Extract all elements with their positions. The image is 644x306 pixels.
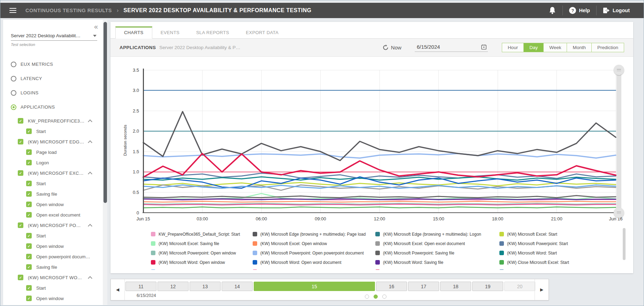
tree-item-saving-file[interactable]: ✓Saving file	[11, 262, 97, 272]
page-dot-1[interactable]	[365, 295, 369, 299]
legend-item-kw-prepareoffice365-default-script-start[interactable]: KW_PrepareOffice365_Default_Script: Star…	[151, 229, 253, 239]
sidebar-metric-applications[interactable]: APPLICATIONS	[11, 100, 97, 114]
tree-item-saving-file[interactable]: ✓Saving file	[11, 189, 97, 199]
range-button-day[interactable]: Day	[523, 43, 543, 52]
range-button-month[interactable]: Month	[567, 43, 591, 52]
checkbox-checked-icon[interactable]: ✓	[18, 222, 23, 228]
checkbox-checked-icon[interactable]: ✓	[18, 275, 23, 280]
tree-item-start[interactable]: ✓Start	[11, 283, 97, 293]
day-button-16[interactable]: 16	[376, 282, 407, 291]
page-dot-3[interactable]	[382, 295, 386, 299]
checkbox-checked-icon[interactable]: ✓	[26, 285, 32, 291]
day-button-19[interactable]: 19	[472, 282, 503, 291]
tab-charts[interactable]: CHARTS	[115, 26, 152, 39]
checkbox-checked-icon[interactable]: ✓	[26, 243, 32, 249]
sidebar-scrollbar[interactable]	[103, 20, 107, 305]
legend-item-kw-microsoft-powerpoint-saving-file[interactable]: (KW) Microsoft Powerpoint: Saving file	[375, 248, 499, 258]
day-button-15[interactable]: 15	[254, 282, 375, 291]
tree-group-kw-microsoft-edg[interactable]: ✓(KW) MICROSOFT EDG…	[11, 136, 97, 147]
checkbox-checked-icon[interactable]: ✓	[26, 254, 32, 259]
range-button-week[interactable]: Week	[543, 43, 567, 52]
tree-item-start[interactable]: ✓Start	[11, 178, 97, 189]
sidebar-scrollbar-thumb[interactable]	[104, 22, 107, 203]
date-picker-field[interactable]: 6/15/2024	[415, 43, 488, 52]
logout-button[interactable]: Logout	[603, 7, 630, 14]
tab-sla-reports[interactable]: SLA REPORTS	[188, 26, 237, 39]
sidebar-collapse-icon[interactable]: «	[94, 23, 98, 31]
refresh-now-button[interactable]: Now	[383, 45, 401, 50]
tree-item-open-window[interactable]: ✓Open window	[11, 241, 97, 251]
help-button[interactable]: ? Help	[569, 7, 590, 14]
checkbox-checked-icon[interactable]: ✓	[18, 139, 23, 144]
day-button-12[interactable]: 12	[158, 282, 189, 291]
checkbox-checked-icon[interactable]: ✓	[26, 149, 32, 155]
tab-export-data[interactable]: EXPORT DATA	[238, 26, 287, 39]
menu-icon[interactable]	[9, 8, 16, 13]
tree-item-start[interactable]: ✓Start	[11, 126, 97, 136]
legend-item-kw-close-microsoft-excel-start[interactable]: (KW) Close Microsoft Excel: Start	[499, 258, 611, 267]
checkbox-checked-icon[interactable]: ✓	[26, 296, 32, 301]
legend-item-kw-microsoft-edge-browsing-multimedia-page-load[interactable]: (KW) Microsoft Edge (browsing + multimed…	[253, 229, 375, 239]
tree-item-logon[interactable]: ✓Logon	[11, 157, 97, 168]
sidebar-metric-logins[interactable]: LOGINS	[11, 86, 97, 100]
legend-item-kw-microsoft-word-open-window[interactable]: (KW) Microsoft Word: Open window	[151, 258, 253, 267]
checkbox-checked-icon[interactable]: ✓	[26, 264, 32, 270]
chart-zoom-slider[interactable]	[616, 70, 621, 213]
checkbox-checked-icon[interactable]: ✓	[26, 181, 32, 186]
legend-item-kw-microsoft-edge-browsing-multimedia-logon[interactable]: (KW) Microsoft Edge (browsing + multimed…	[375, 229, 499, 239]
chevron-up-icon[interactable]	[88, 224, 92, 228]
breadcrumb[interactable]: CONTINUOUS TESTING RESULTS	[25, 8, 112, 13]
test-select-dropdown[interactable]: Server 2022 Desktop Availabilit…	[11, 33, 97, 41]
checkbox-checked-icon[interactable]: ✓	[18, 170, 23, 176]
checkbox-checked-icon[interactable]: ✓	[26, 212, 32, 218]
legend-item-kw-close-microsoft-powerpoint-start[interactable]: (KW) Close Microsoft PowerPoint: Start	[253, 267, 375, 270]
day-button-17[interactable]: 17	[408, 282, 439, 291]
tree-item-open-window[interactable]: ✓Open window	[11, 199, 97, 210]
tree-item-start[interactable]: ✓Start	[11, 230, 97, 241]
range-button-hour[interactable]: Hour	[502, 43, 523, 52]
day-button-11[interactable]: 11	[125, 282, 156, 291]
tree-group-kw-microsoft-po[interactable]: ✓(KW) MICROSOFT PO…	[11, 220, 97, 230]
legend-item-kw-microsoft-powerpoint-start[interactable]: (KW) Microsoft Powerpoint: Start	[499, 239, 611, 248]
pager-prev-button[interactable]: ◀	[111, 279, 125, 300]
chevron-up-icon[interactable]	[88, 140, 92, 145]
legend-item-kw-microsoft-excel-start[interactable]: (KW) Microsoft Excel: Start	[499, 229, 611, 239]
legend-item-kw-microsoft-word-open-word-document[interactable]: (KW) Microsoft Word: Open word document	[253, 258, 375, 267]
checkbox-checked-icon[interactable]: ✓	[26, 233, 32, 238]
legend-item-kw-close-microsoft-word-start[interactable]: (KW) Close Microsoft Word: Start	[151, 267, 253, 270]
pager-next-button[interactable]: ▶	[535, 279, 549, 300]
legend-item-kw-microsoft-word-start[interactable]: (KW) Microsoft Word: Start	[499, 248, 611, 258]
zoom-slider-handle-bottom[interactable]	[614, 207, 624, 218]
tab-events[interactable]: EVENTS	[152, 26, 188, 39]
day-button-18[interactable]: 18	[440, 282, 471, 291]
tree-item-open-word-document[interactable]: ✓Open word document	[11, 304, 97, 305]
tree-item-page-load[interactable]: ✓Page load	[11, 147, 97, 157]
legend-item-kw-microsoft-excel-saving-file[interactable]: (KW) Microsoft Excel: Saving file	[151, 239, 253, 248]
chevron-up-icon[interactable]	[88, 172, 92, 176]
day-button-14[interactable]: 14	[222, 282, 253, 291]
legend-item-winscp-start[interactable]: WinSCP: Start	[499, 267, 611, 270]
legend-item-kw-microsoft-powerpoint-open-powerpoint-document[interactable]: (KW) Microsoft Powerpoint: Open powerpoi…	[253, 248, 375, 258]
tree-group-kw-microsoft-wo[interactable]: ✓(KW) MICROSOFT WO…	[11, 272, 97, 283]
legend-item-kw-microsoft-excel-open-window[interactable]: (KW) Microsoft Excel: Open window	[253, 239, 375, 248]
legend-item-kw-microsoft-excel-open-excel-document[interactable]: (KW) Microsoft Excel: Open excel documen…	[375, 239, 499, 248]
checkbox-checked-icon[interactable]: ✓	[18, 118, 23, 124]
tree-item-open-excel-document[interactable]: ✓Open excel document	[11, 210, 97, 220]
range-button-prediction[interactable]: Prediction	[591, 43, 624, 52]
tree-item-open-powerpoint-docum[interactable]: ✓Open powerpoint docum…	[11, 251, 97, 262]
checkbox-checked-icon[interactable]: ✓	[26, 202, 32, 207]
legend-scrollbar-thumb[interactable]	[623, 228, 626, 260]
notifications-bell-icon[interactable]	[549, 6, 556, 15]
checkbox-checked-icon[interactable]: ✓	[26, 160, 32, 165]
checkbox-checked-icon[interactable]: ✓	[26, 128, 32, 134]
zoom-slider-handle-top[interactable]	[614, 65, 624, 75]
legend-item-kw-microsoft-word-saving-file[interactable]: (KW) Microsoft Word: Saving file	[375, 258, 499, 267]
page-dot-2[interactable]	[374, 295, 378, 299]
tree-group-kw-prepareoffice3[interactable]: ✓KW_PREPAREOFFICE3…	[11, 116, 97, 126]
day-button-13[interactable]: 13	[190, 282, 221, 291]
checkbox-checked-icon[interactable]: ✓	[26, 191, 32, 197]
sidebar-metric-eux-metrics[interactable]: EUX METRICS	[11, 57, 97, 71]
sidebar-metric-latency[interactable]: LATENCY	[11, 71, 97, 86]
tree-item-open-window[interactable]: ✓Open window	[11, 293, 97, 304]
tree-group-kw-microsoft-exc[interactable]: ✓(KW) MICROSOFT EXC…	[11, 168, 97, 178]
